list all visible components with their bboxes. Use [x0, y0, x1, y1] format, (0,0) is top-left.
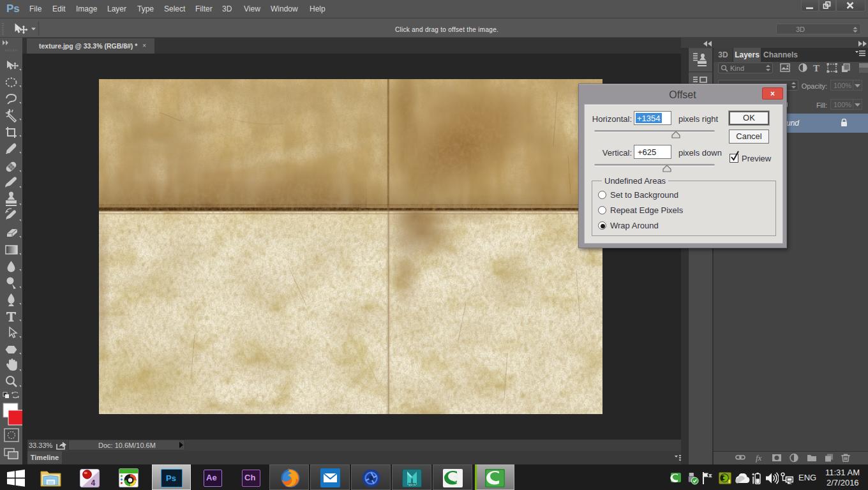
svg-text:4: 4 [91, 479, 96, 487]
svg-text:fx: fx [756, 453, 762, 463]
svg-text:T: T [813, 63, 819, 73]
svg-text:MAYA: MAYA [408, 484, 416, 487]
